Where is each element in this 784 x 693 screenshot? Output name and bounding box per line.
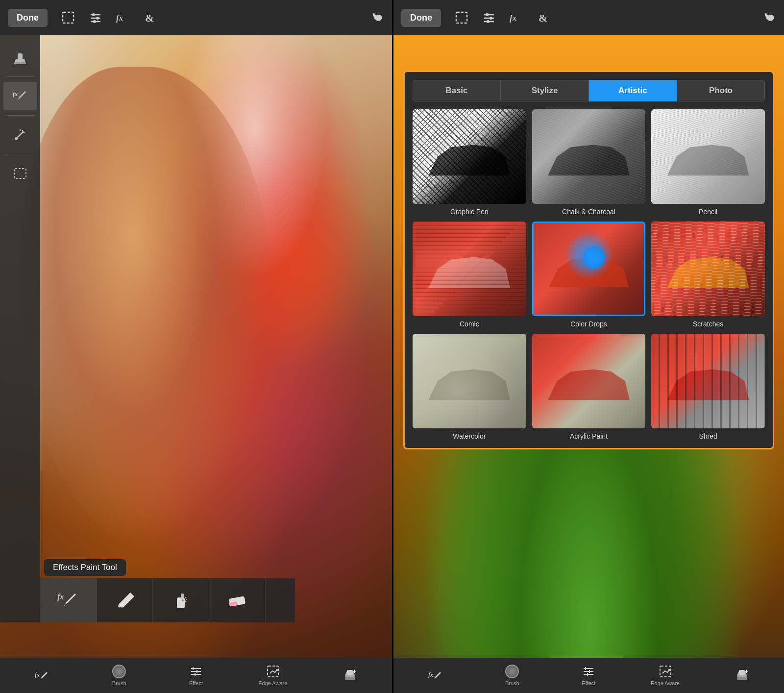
right-undo-icon[interactable]: [762, 11, 776, 25]
filter-thumb-shred: [651, 334, 765, 428]
effect-bottom[interactable]: Effect: [179, 665, 213, 686]
right-effect-label: Effect: [582, 680, 596, 686]
stamp-tool-btn[interactable]: [3, 43, 37, 72]
selection-rect-btn[interactable]: [3, 159, 37, 188]
svg-rect-0: [63, 12, 74, 23]
filter-thumb-chalk: [532, 109, 646, 204]
adjust-icon[interactable]: [89, 11, 102, 25]
svg-point-6: [93, 20, 96, 23]
right-bottom-toolbar: fx Brush Effect Edge: [393, 658, 784, 693]
svg-rect-59: [739, 670, 745, 675]
left-panel: Done fx &: [0, 0, 392, 693]
filter-label-comic: Comic: [460, 320, 479, 328]
svg-point-24: [186, 599, 187, 600]
right-edge-aware-bottom[interactable]: Edge Aware: [648, 665, 683, 686]
right-effect-bottom[interactable]: Effect: [571, 665, 606, 686]
filter-label-scratches: Scratches: [693, 320, 723, 328]
tab-stylize[interactable]: Stylize: [501, 80, 589, 101]
svg-text:fx: fx: [510, 13, 517, 23]
effect-label: Effect: [189, 680, 203, 686]
filter-label-pencil: Pencil: [699, 208, 717, 216]
right-adjust-icon[interactable]: [482, 11, 496, 25]
tab-basic[interactable]: Basic: [413, 80, 501, 101]
svg-rect-21: [181, 594, 184, 598]
svg-text:fx: fx: [57, 593, 64, 601]
filter-label-acrylic: Acrylic Paint: [570, 432, 608, 440]
fx-icon[interactable]: fx: [116, 11, 130, 25]
filter-graphic-pen[interactable]: Graphic Pen: [413, 109, 526, 216]
left-canvas[interactable]: fx: [0, 35, 392, 658]
filter-thumb-comic: [413, 222, 526, 316]
tab-artistic[interactable]: Artistic: [589, 80, 677, 101]
filter-thumb-graphic-pen: [413, 109, 526, 204]
svg-rect-38: [347, 670, 353, 675]
svg-rect-11: [14, 62, 26, 64]
right-done-button[interactable]: Done: [401, 9, 441, 27]
filter-grid: Graphic Pen Chalk & Charcoal Pencil: [413, 109, 765, 440]
svg-text:fx: fx: [13, 91, 18, 98]
filter-thumb-color-drops: [532, 222, 646, 316]
filter-acrylic-paint[interactable]: Acrylic Paint: [532, 334, 646, 440]
right-brush-bottom[interactable]: Brush: [495, 665, 529, 686]
left-side-tools: fx: [0, 35, 40, 622]
svg-point-42: [486, 13, 489, 16]
right-canvas[interactable]: Basic Stylize Artistic Photo: [393, 35, 784, 658]
right-fx-icon[interactable]: fx: [510, 11, 523, 25]
svg-rect-20: [177, 597, 185, 608]
fx-brush-cell[interactable]: fx: [40, 578, 97, 622]
filter-color-drops[interactable]: Color Drops: [532, 222, 646, 328]
svg-text:fx: fx: [428, 671, 433, 678]
brush-cell[interactable]: [97, 578, 153, 622]
svg-text:+: +: [353, 668, 356, 675]
svg-point-4: [96, 17, 99, 20]
filter-panel: Basic Stylize Artistic Photo: [403, 71, 774, 449]
svg-text:+: +: [745, 668, 748, 675]
right-layers-bottom[interactable]: +: [725, 668, 759, 682]
right-panel: Done fx &: [392, 0, 784, 693]
filter-tabs: Basic Stylize Artistic Photo: [413, 80, 765, 101]
magic-wand-btn[interactable]: [3, 121, 37, 149]
filter-label-watercolor: Watercolor: [453, 432, 486, 440]
filter-thumb-acrylic: [532, 334, 646, 428]
fx-brush-tool-btn[interactable]: fx: [3, 82, 37, 110]
tab-photo[interactable]: Photo: [677, 80, 765, 101]
right-brush-label: Brush: [505, 680, 519, 686]
svg-text:fx: fx: [35, 671, 40, 678]
filter-shred[interactable]: Shred: [651, 334, 765, 440]
brush-circle-icon: [112, 665, 126, 678]
filter-label-shred: Shred: [699, 432, 717, 440]
svg-point-14: [15, 137, 18, 140]
svg-text:&: &: [539, 12, 547, 24]
filter-label-chalk: Chalk & Charcoal: [562, 208, 615, 216]
spray-cell[interactable]: [153, 578, 209, 622]
brush-bottom[interactable]: Brush: [102, 665, 136, 686]
effects-paint-panel: Effects Paint Tool fx: [40, 559, 295, 622]
layers-bottom[interactable]: +: [333, 668, 367, 682]
selection-icon[interactable]: [61, 11, 75, 25]
svg-text:fx: fx: [116, 13, 123, 23]
right-toolbar: Done fx &: [393, 0, 784, 35]
left-done-button[interactable]: Done: [8, 9, 48, 27]
right-fx-paint-bottom[interactable]: fx: [418, 668, 453, 683]
filter-scratches[interactable]: Scratches: [651, 222, 765, 328]
edge-aware-label: Edge Aware: [258, 680, 287, 686]
filter-chalk-charcoal[interactable]: Chalk & Charcoal: [532, 109, 646, 216]
right-ampersand-icon[interactable]: &: [537, 11, 551, 25]
right-selection-icon[interactable]: [455, 11, 468, 25]
filter-thumb-pencil: [651, 109, 765, 204]
svg-point-46: [487, 20, 490, 23]
fx-paint-bottom[interactable]: fx: [25, 668, 59, 683]
eraser-cell[interactable]: [209, 578, 266, 622]
filter-label-color-drops: Color Drops: [570, 320, 607, 328]
filter-watercolor[interactable]: Watercolor: [413, 334, 526, 440]
filter-thumb-watercolor: [413, 334, 526, 428]
svg-rect-9: [15, 59, 25, 62]
svg-rect-10: [18, 53, 23, 59]
left-bottom-toolbar: fx Brush Effect Edge: [0, 658, 392, 693]
undo-icon[interactable]: [370, 11, 384, 25]
filter-comic[interactable]: Comic: [413, 222, 526, 328]
ampersand-icon[interactable]: &: [144, 11, 157, 25]
filter-pencil[interactable]: Pencil: [651, 109, 765, 216]
brush-label: Brush: [112, 680, 126, 686]
edge-aware-bottom[interactable]: Edge Aware: [256, 665, 290, 686]
